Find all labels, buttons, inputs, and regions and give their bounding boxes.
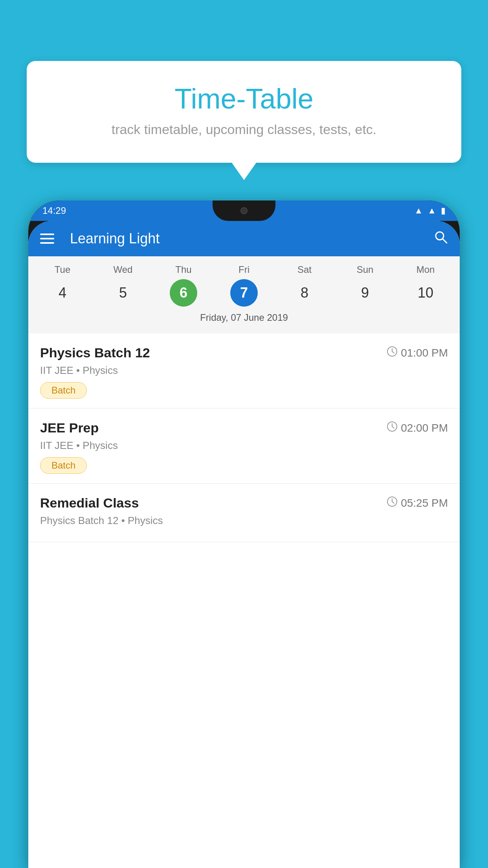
batch-badge-2: Batch [40, 457, 87, 474]
day-10[interactable]: 10 [412, 279, 439, 307]
phone-inner: Learning Light Tue Wed Thu Fri Sat Sun M… [28, 221, 460, 868]
schedule-item-3-time: 05:25 PM [387, 496, 448, 510]
time-text-1: 01:00 PM [401, 347, 448, 359]
battery-icon: ▮ [441, 206, 446, 216]
schedule-item-1-time: 01:00 PM [387, 346, 448, 360]
schedule-item-1-subtitle: IIT JEE • Physics [40, 364, 448, 377]
tooltip-title: Time-Table [50, 83, 438, 115]
day-5[interactable]: 5 [109, 279, 137, 307]
menu-icon[interactable] [40, 234, 54, 244]
schedule-item-3-subtitle: Physics Batch 12 • Physics [40, 515, 448, 527]
day-header-sat: Sat [274, 264, 335, 275]
schedule-item-2-time: 02:00 PM [387, 421, 448, 435]
day-header-thu: Thu [153, 264, 214, 275]
time-text-2: 02:00 PM [401, 422, 448, 434]
schedule-item-3-title: Remedial Class [40, 495, 139, 511]
app-title: Learning Light [70, 230, 422, 247]
day-header-sun: Sun [335, 264, 395, 275]
day-numbers: 4 5 6 7 8 9 10 [32, 279, 456, 307]
day-9[interactable]: 9 [351, 279, 379, 307]
schedule-item-2-subtitle: IIT JEE • Physics [40, 440, 448, 452]
schedule-item-1[interactable]: Physics Batch 12 01:00 PM IIT JEE • Phys… [28, 333, 460, 408]
calendar-strip: Tue Wed Thu Fri Sat Sun Mon 4 5 6 7 8 9 … [28, 256, 460, 333]
schedule-list: Physics Batch 12 01:00 PM IIT JEE • Phys… [28, 333, 460, 868]
day-4[interactable]: 4 [49, 279, 76, 307]
day-6-today[interactable]: 6 [170, 279, 197, 307]
status-icons: ▲ ▲ ▮ [414, 206, 446, 216]
schedule-item-2-title: JEE Prep [40, 420, 99, 436]
day-header-wed: Wed [93, 264, 153, 275]
clock-icon-1 [387, 346, 398, 360]
signal-icon: ▲ [427, 206, 436, 216]
schedule-item-1-title: Physics Batch 12 [40, 345, 150, 360]
schedule-item-3-header: Remedial Class 05:25 PM [40, 495, 448, 511]
phone-notch [213, 200, 275, 221]
day-8[interactable]: 8 [291, 279, 318, 307]
schedule-item-2-header: JEE Prep 02:00 PM [40, 420, 448, 436]
camera-dot [240, 207, 248, 214]
day-7-selected[interactable]: 7 [230, 279, 258, 307]
app-bar: Learning Light [28, 221, 460, 256]
day-header-mon: Mon [395, 264, 456, 275]
svg-line-7 [392, 427, 394, 428]
clock-icon-3 [387, 496, 398, 510]
svg-line-10 [392, 502, 394, 503]
day-header-tue: Tue [32, 264, 93, 275]
schedule-item-3[interactable]: Remedial Class 05:25 PM Physics Batch 12… [28, 484, 460, 542]
clock-icon-2 [387, 421, 398, 435]
day-header-fri: Fri [214, 264, 274, 275]
wifi-icon: ▲ [414, 206, 423, 216]
batch-badge-1: Batch [40, 382, 87, 399]
tooltip-subtitle: track timetable, upcoming classes, tests… [50, 122, 438, 137]
tooltip-card: Time-Table track timetable, upcoming cla… [27, 61, 461, 163]
day-headers: Tue Wed Thu Fri Sat Sun Mon [32, 264, 456, 275]
status-time: 14:29 [42, 205, 66, 216]
phone-frame: 14:29 ▲ ▲ ▮ Learning Light [28, 200, 460, 868]
time-text-3: 05:25 PM [401, 497, 448, 509]
search-button[interactable] [434, 230, 448, 248]
schedule-item-2[interactable]: JEE Prep 02:00 PM IIT JEE • Physics [28, 408, 460, 484]
svg-line-4 [392, 351, 394, 353]
schedule-item-1-header: Physics Batch 12 01:00 PM [40, 345, 448, 360]
svg-line-1 [443, 239, 447, 243]
selected-date-label: Friday, 07 June 2019 [32, 312, 456, 329]
